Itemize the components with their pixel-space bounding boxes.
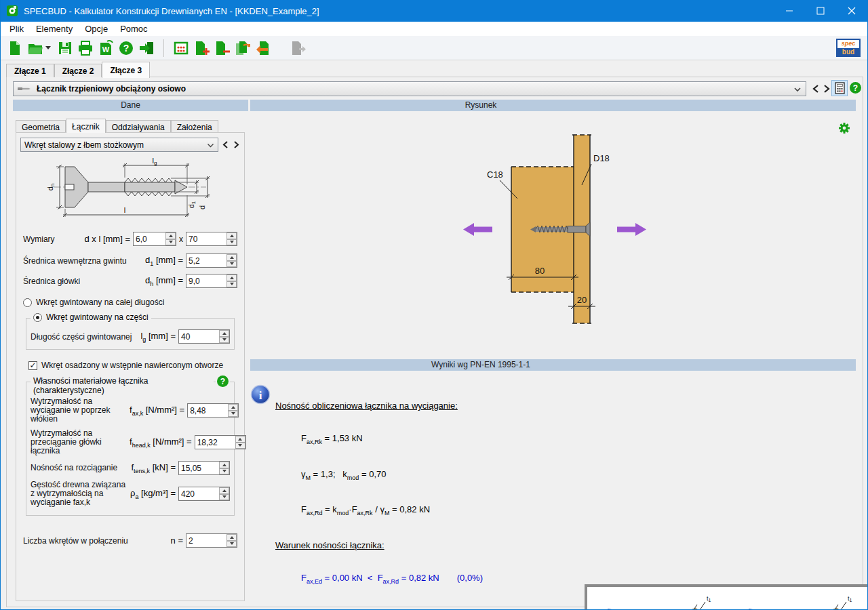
spinner-down[interactable]	[226, 261, 237, 268]
dim-20: 20	[577, 295, 587, 305]
menu-opcje[interactable]: Opcje	[79, 22, 114, 35]
tab-zalozenia[interactable]: Założenia	[171, 120, 218, 132]
tab-geometria[interactable]: Geometria	[16, 120, 66, 132]
screw-type-select[interactable]: Wkręt stalowy z łbem stożkowym	[20, 138, 218, 152]
d1-input[interactable]	[186, 254, 226, 267]
menu-pomoc[interactable]: Pomoc	[114, 22, 153, 35]
radio-full-thread-label: Wkręt gwintowany na całej długości	[36, 298, 164, 307]
lg-input[interactable]	[179, 330, 219, 343]
main-frame: Łącznik trzpieniowy obciążony osiowo ? D…	[6, 77, 863, 607]
next-screw-button[interactable]	[232, 140, 240, 150]
toolbar-separator	[163, 39, 164, 57]
svg-text:dh: dh	[46, 184, 56, 191]
l-spinner	[186, 232, 237, 246]
tab-lacznik[interactable]: Łącznik	[66, 119, 106, 133]
d1-label: Średnica wewnętrzna gwintu	[23, 256, 127, 266]
open-menu-caret-icon[interactable]	[45, 46, 51, 49]
remove-element-button[interactable]	[212, 38, 232, 58]
spinner-down[interactable]	[226, 281, 237, 288]
svg-text:i: i	[259, 389, 262, 402]
prev-screw-button[interactable]	[221, 140, 229, 150]
spinner-up[interactable]	[226, 254, 237, 261]
spinner-down[interactable]	[228, 411, 238, 418]
element-list-button[interactable]	[171, 38, 191, 58]
radio-full-thread[interactable]	[23, 298, 32, 307]
spinner-up[interactable]	[165, 232, 176, 239]
close-button[interactable]	[836, 0, 867, 22]
ftens-spinner	[178, 461, 230, 475]
spinner-down[interactable]	[226, 239, 237, 246]
tab-zlacze-2[interactable]: Złącze 2	[54, 64, 102, 77]
connection-scheme-panel[interactable]: t1 t2 t1 ts	[585, 584, 868, 610]
svg-text:l: l	[124, 206, 125, 214]
results-heading-2: Warunek nośności łącznika:	[275, 540, 847, 551]
ftens-label: Nośność na rozciąganie	[31, 464, 130, 472]
import-element-button[interactable]	[252, 38, 273, 58]
exit-button[interactable]	[136, 38, 157, 58]
svg-text:d1: d1	[187, 201, 197, 208]
dh-input[interactable]	[186, 274, 226, 287]
open-file-button[interactable]	[25, 38, 45, 58]
fax-label: Wytrzymałość na wyciąganie w poprzek włó…	[31, 397, 130, 424]
spinner-up[interactable]	[228, 404, 238, 411]
fhead-input[interactable]	[195, 436, 235, 449]
app-window: SPECBUD - Kalkulator Konstrukcji Drewnia…	[0, 0, 868, 610]
spinner-down[interactable]	[219, 468, 229, 475]
tab-zlacze-3[interactable]: Złącze 3	[102, 62, 150, 78]
predrilled-checkbox[interactable]: ✓	[28, 361, 37, 370]
spinner-up[interactable]	[226, 232, 237, 239]
connector-help-button[interactable]: ?	[850, 82, 861, 94]
next-connector-button[interactable]	[822, 83, 831, 95]
material-group-label: Własności materiałowe łącznika (charakte…	[33, 376, 211, 395]
ftens-input[interactable]	[179, 462, 219, 474]
spinner-up[interactable]	[219, 330, 229, 337]
export-word-button[interactable]: W	[96, 38, 116, 58]
tab-oddzialywania[interactable]: Oddziaływania	[106, 120, 171, 132]
help-button[interactable]: ?	[116, 38, 136, 58]
spinner-up[interactable]	[226, 274, 237, 281]
count-input[interactable]	[186, 534, 226, 547]
spinner-down[interactable]	[219, 337, 229, 344]
new-file-button[interactable]	[5, 38, 25, 58]
print-button[interactable]	[75, 38, 96, 58]
connector-type-select[interactable]: Łącznik trzpieniowy obciążony osiowo	[13, 81, 806, 96]
next-element-icon	[290, 40, 306, 56]
radio-partial-thread[interactable]	[33, 313, 42, 322]
menu-plik[interactable]: Plik	[3, 22, 30, 35]
data-section-header: Dane	[13, 100, 248, 111]
material-help-button[interactable]: ?	[216, 375, 230, 387]
prev-connector-button[interactable]	[811, 83, 821, 95]
tab-zlacze-1[interactable]: Złącze 1	[6, 64, 54, 77]
copy-element-button[interactable]	[232, 38, 252, 58]
maximize-button[interactable]	[805, 0, 836, 22]
spinner-down[interactable]	[219, 494, 229, 501]
spinner-down[interactable]	[226, 541, 237, 548]
spinner-up[interactable]	[219, 487, 229, 494]
screw-diagram: dh lg l d1	[42, 157, 218, 222]
svg-text:t1: t1	[848, 595, 852, 603]
density-input[interactable]	[179, 487, 219, 500]
minimize-button[interactable]	[774, 0, 805, 22]
dims-label: Wymiary	[23, 235, 55, 244]
spinner-down[interactable]	[165, 239, 176, 246]
spinner-down[interactable]	[235, 443, 245, 449]
spinner-up[interactable]	[219, 462, 229, 468]
calculator-toggle-button[interactable]	[831, 80, 848, 96]
add-element-button[interactable]	[191, 38, 212, 58]
density-symbol: ρa [kg/m³] =	[130, 488, 176, 500]
save-button[interactable]	[55, 38, 75, 58]
app-icon	[6, 5, 18, 17]
info-icon: i	[250, 384, 271, 407]
chevron-down-icon	[207, 140, 214, 150]
result-faxrd: Fax,Rd = kmod·Fax,Rk / γM = 0,82 kN	[301, 504, 847, 518]
spinner-up[interactable]	[226, 534, 237, 541]
lg-label: Długość części gwintowanej	[31, 332, 132, 342]
l-input[interactable]	[186, 232, 226, 245]
svg-text:W: W	[102, 45, 110, 54]
result-factors: γM = 1,3; kmod = 0,70	[301, 469, 847, 483]
d-input[interactable]	[134, 232, 165, 245]
fax-input[interactable]	[188, 404, 228, 417]
menu-elementy[interactable]: Elementy	[30, 22, 79, 35]
svg-text:t1: t1	[707, 595, 711, 603]
spinner-up[interactable]	[235, 436, 245, 443]
